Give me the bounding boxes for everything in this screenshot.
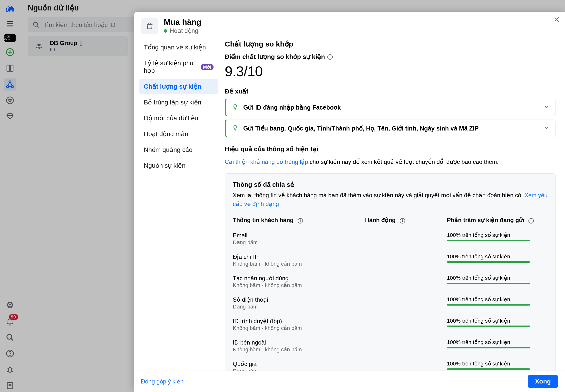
done-button[interactable]: Xong bbox=[528, 375, 558, 388]
param-sub: Dạng băm bbox=[233, 368, 365, 371]
modal-content: Chất lượng so khớp Điểm chất lượng so kh… bbox=[219, 39, 565, 371]
param-sub: Không băm - không cần băm bbox=[233, 282, 365, 289]
progress-bar bbox=[447, 304, 530, 306]
shared-params-box: Thông số đã chia sẻ Xem lại thông tin về… bbox=[225, 173, 556, 371]
table-row: Tác nhân người dùngKhông băm - không cần… bbox=[233, 271, 548, 293]
info-icon[interactable]: i bbox=[327, 54, 333, 60]
suggestion-label: Gửi ID đăng nhập bằng Facebook bbox=[243, 104, 544, 111]
info-icon[interactable]: i bbox=[528, 218, 534, 224]
modal-title: Mua hàng bbox=[164, 17, 201, 27]
param-sub: Dạng băm bbox=[233, 304, 365, 310]
col-percent: Phần trăm sự kiện đang gửi i bbox=[447, 217, 548, 228]
modal-side-nav: Tổng quan về sự kiện Tỷ lệ sự kiện phù h… bbox=[134, 39, 219, 371]
progress-bar bbox=[447, 325, 530, 327]
improve-dedup-link[interactable]: Cải thiện khả năng bỏ trùng lặp bbox=[225, 158, 308, 165]
param-sub: Không băm - không cần băm bbox=[233, 325, 365, 331]
lightbulb-icon bbox=[232, 104, 238, 111]
param-sub: Không băm - không cần băm bbox=[233, 347, 365, 353]
pct-label: 100% trên tổng số sự kiện bbox=[447, 275, 548, 281]
status-dot-icon bbox=[164, 29, 167, 33]
feedback-link[interactable]: Đóng góp ý kiến bbox=[141, 378, 184, 385]
col-customer-info: Thông tin khách hàng i bbox=[233, 217, 365, 228]
modal-status: Hoạt động bbox=[164, 27, 201, 34]
info-icon[interactable]: i bbox=[297, 218, 303, 224]
table-row: ID bên ngoàiKhông băm - không cần băm100… bbox=[233, 335, 548, 357]
params-table: Thông tin khách hàng i Hành động i Phần … bbox=[233, 217, 548, 371]
progress-bar bbox=[447, 283, 530, 284]
nav-event-quality[interactable]: Chất lượng sự kiện bbox=[139, 79, 218, 94]
nav-source[interactable]: Nguồn sự kiện bbox=[139, 158, 218, 173]
table-row: Quốc giaDạng băm100% trên tổng số sự kiệ… bbox=[233, 357, 548, 371]
pct-label: 100% trên tổng số sự kiện bbox=[447, 339, 548, 346]
param-name: Địa chỉ IP bbox=[233, 253, 365, 260]
new-pill: Mới bbox=[201, 64, 213, 70]
pct-label: 100% trên tổng số sự kiện bbox=[447, 253, 548, 260]
suggestion-send-fields[interactable]: Gửi Tiểu bang, Quốc gia, Tỉnh/Thành phố,… bbox=[225, 120, 556, 137]
param-name: ID bên ngoài bbox=[233, 339, 365, 346]
nav-adgroups[interactable]: Nhóm quảng cáo bbox=[139, 142, 218, 157]
info-icon[interactable]: i bbox=[400, 218, 405, 224]
close-button[interactable] bbox=[553, 16, 560, 24]
param-name: Email bbox=[233, 232, 365, 239]
param-name: Số điện thoại bbox=[233, 296, 365, 303]
chevron-down-icon bbox=[544, 125, 550, 132]
suggestion-label: Gửi Tiểu bang, Quốc gia, Tỉnh/Thành phố,… bbox=[243, 125, 544, 132]
score-value: 9.3/10 bbox=[225, 63, 556, 79]
table-row: Số điện thoạiDạng băm100% trên tổng số s… bbox=[233, 293, 548, 314]
nav-dedup[interactable]: Bỏ trùng lặp sự kiện bbox=[139, 95, 218, 110]
pct-label: 100% trên tổng số sự kiện bbox=[447, 232, 548, 238]
performance-text: Cải thiện khả năng bỏ trùng lặp cho sự k… bbox=[225, 158, 556, 166]
progress-bar bbox=[447, 347, 530, 349]
score-label: Điểm chất lượng so khớp sự kiện i bbox=[225, 53, 556, 61]
modal-footer: Đóng góp ý kiến Xong bbox=[134, 371, 565, 392]
performance-heading: Hiệu quả của thông số hiện tại bbox=[225, 145, 556, 153]
pct-label: 100% trên tổng số sự kiện bbox=[447, 361, 548, 367]
nav-sample[interactable]: Hoạt động mẫu bbox=[139, 126, 218, 142]
progress-bar bbox=[447, 368, 530, 370]
nav-match-rate[interactable]: Tỷ lệ sự kiện phù hợp Mới bbox=[139, 56, 218, 78]
content-heading: Chất lượng so khớp bbox=[225, 40, 556, 48]
suggestions-heading: Đề xuất bbox=[225, 88, 556, 95]
progress-bar bbox=[447, 261, 530, 263]
col-action: Hành động i bbox=[365, 217, 447, 228]
chevron-down-icon bbox=[544, 104, 550, 111]
table-row: ID trình duyệt (fbp)Không băm - không cầ… bbox=[233, 314, 548, 335]
nav-overview[interactable]: Tổng quan về sự kiện bbox=[139, 40, 218, 55]
table-row: EmailDạng băm100% trên tổng số sự kiện bbox=[233, 228, 548, 250]
shared-title: Thông số đã chia sẻ bbox=[233, 181, 548, 188]
suggestion-fb-login-id[interactable]: Gửi ID đăng nhập bằng Facebook bbox=[225, 98, 556, 116]
close-icon bbox=[553, 16, 560, 23]
param-name: Quốc gia bbox=[233, 361, 365, 367]
param-name: ID trình duyệt (fbp) bbox=[233, 318, 365, 324]
modal-header: Mua hàng Hoạt động bbox=[134, 12, 565, 39]
table-row: Địa chỉ IPKhông băm - không cần băm100% … bbox=[233, 250, 548, 271]
pct-label: 100% trên tổng số sự kiện bbox=[447, 318, 548, 324]
shopping-bag-icon bbox=[141, 18, 158, 34]
pct-label: 100% trên tổng số sự kiện bbox=[447, 296, 548, 303]
shared-desc: Xem lại thông tin về khách hàng mà bạn đ… bbox=[233, 191, 548, 209]
event-detail-modal: Mua hàng Hoạt động Tổng quan về sự kiện … bbox=[134, 12, 565, 392]
param-name: Tác nhân người dùng bbox=[233, 275, 365, 282]
progress-bar bbox=[447, 240, 530, 241]
param-sub: Dạng băm bbox=[233, 239, 365, 246]
nav-freshness[interactable]: Độ mới của dữ liệu bbox=[139, 111, 218, 126]
param-sub: Không băm - không cần băm bbox=[233, 261, 365, 267]
lightbulb-icon bbox=[232, 125, 238, 132]
